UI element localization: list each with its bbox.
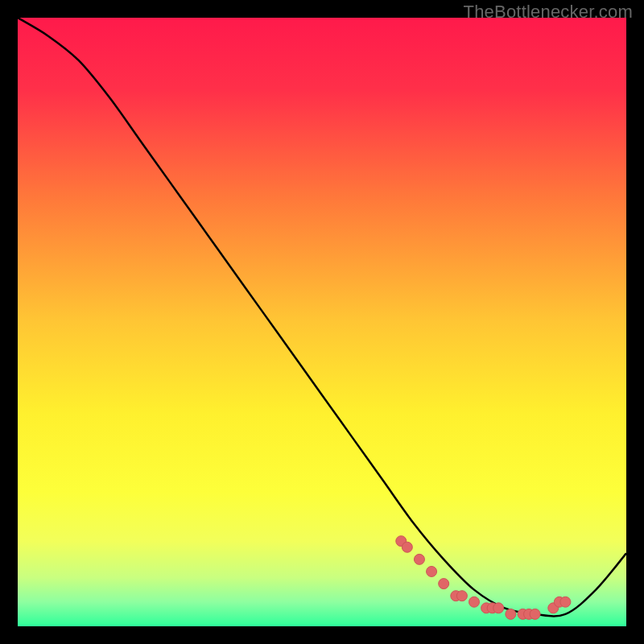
- data-marker: [506, 609, 516, 619]
- data-marker: [530, 609, 540, 619]
- chart-frame: TheBottlenecker.com: [0, 0, 644, 644]
- attribution-label: TheBottlenecker.com: [464, 2, 633, 23]
- data-marker: [439, 579, 449, 589]
- data-marker: [469, 597, 480, 607]
- chart-svg: [18, 18, 626, 626]
- data-marker: [427, 566, 437, 576]
- gradient-background: [18, 18, 626, 626]
- data-marker: [456, 591, 467, 601]
- plot-area: [18, 18, 626, 626]
- data-marker: [560, 597, 571, 607]
- data-marker: [402, 542, 412, 552]
- data-marker: [414, 554, 424, 564]
- data-marker: [493, 603, 504, 613]
